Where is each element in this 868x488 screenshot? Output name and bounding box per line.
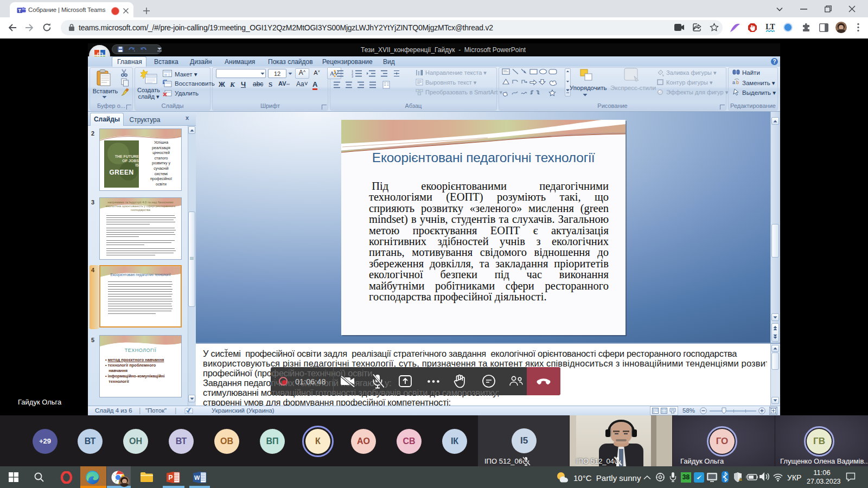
svg-text:a: a xyxy=(732,80,735,85)
svg-text:b: b xyxy=(736,80,739,85)
svg-text:P: P xyxy=(169,474,173,481)
svg-text:3: 3 xyxy=(352,75,353,78)
svg-text:W: W xyxy=(194,474,200,481)
